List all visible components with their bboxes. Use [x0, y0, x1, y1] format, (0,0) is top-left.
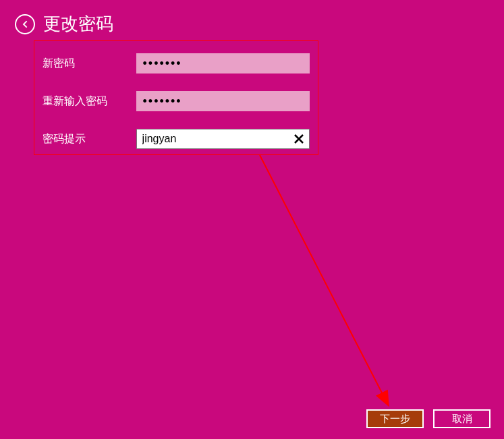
new-password-row: 新密码	[43, 53, 310, 74]
confirm-password-input[interactable]	[136, 91, 310, 111]
footer-buttons: 下一步 取消	[366, 409, 491, 428]
clear-icon[interactable]	[291, 131, 306, 146]
hint-row: 密码提示	[43, 129, 310, 149]
hint-label: 密码提示	[43, 132, 136, 146]
cancel-button[interactable]: 取消	[433, 409, 491, 428]
hint-input-wrapper	[136, 129, 310, 149]
back-button[interactable]	[15, 14, 35, 34]
form-highlight-box: 新密码 重新输入密码 密码提示	[34, 40, 318, 155]
confirm-password-row: 重新输入密码	[43, 91, 310, 111]
x-icon	[294, 134, 304, 144]
next-button[interactable]: 下一步	[366, 409, 424, 428]
new-password-label: 新密码	[43, 57, 136, 71]
svg-line-1	[260, 155, 388, 405]
header: 更改密码	[0, 0, 504, 36]
hint-input[interactable]	[137, 129, 291, 148]
back-arrow-icon	[20, 19, 30, 30]
page-title: 更改密码	[43, 12, 113, 36]
new-password-input[interactable]	[136, 53, 310, 74]
confirm-password-label: 重新输入密码	[43, 94, 136, 109]
